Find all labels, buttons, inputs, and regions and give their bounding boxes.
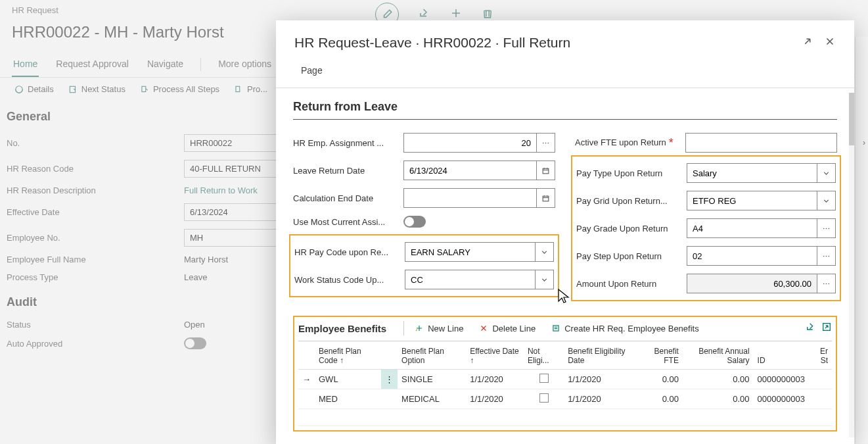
col-benefit-plan-option[interactable]: Benefit Plan Option — [398, 343, 466, 370]
cell-id[interactable]: 0000000003 — [754, 370, 809, 389]
lookup-icon[interactable] — [817, 246, 836, 266]
table-row[interactable]: → GWL ⋮ SINGLE 1/1/2020 1/1/2020 0.00 0.… — [298, 370, 832, 389]
label-leave-return-date: Leave Return Date — [293, 166, 403, 176]
col-benefit-fte[interactable]: Benefit FTE — [637, 343, 683, 370]
label-pay-grade: Pay Grade Upon Return — [576, 224, 687, 234]
field-pay-grid[interactable] — [687, 191, 817, 210]
checkbox-not-eligible[interactable] — [539, 374, 549, 383]
svg-point-5 — [545, 142, 547, 143]
field-pay-step[interactable] — [687, 246, 817, 266]
cell-plan-code[interactable]: GWL — [315, 370, 381, 389]
label-pay-step: Pay Step Upon Return — [576, 251, 687, 261]
svg-point-9 — [823, 228, 825, 229]
field-calc-end-date[interactable] — [403, 188, 537, 208]
col-id[interactable]: ID — [754, 343, 809, 370]
svg-point-4 — [543, 142, 544, 143]
lookup-icon[interactable] — [817, 274, 836, 293]
field-leave-return-date[interactable] — [403, 160, 537, 180]
action-new-line[interactable]: New Line — [409, 322, 468, 335]
cell-elig-date[interactable]: 1/1/2020 — [564, 370, 637, 389]
svg-rect-7 — [543, 168, 549, 174]
popout-icon[interactable] — [821, 322, 832, 335]
svg-point-12 — [823, 255, 825, 257]
col-effective-date[interactable]: Effective Date ↑ — [466, 343, 524, 370]
col-not-eligible[interactable]: Not Eligi... — [524, 343, 564, 370]
cell-eff-date[interactable]: 1/1/2020 — [466, 389, 524, 409]
cell-annual[interactable]: 0.00 — [683, 389, 754, 409]
table-row[interactable] — [298, 409, 832, 426]
field-active-fte[interactable] — [685, 133, 837, 153]
chevron-down-icon[interactable] — [817, 163, 836, 183]
field-hr-pay-code[interactable] — [405, 242, 536, 262]
cell-elig-date[interactable]: 1/1/2020 — [564, 389, 637, 409]
svg-point-13 — [826, 255, 827, 257]
svg-point-10 — [826, 228, 827, 229]
right-panel-edge — [855, 37, 868, 443]
field-pay-type[interactable] — [687, 163, 817, 183]
action-delete-line[interactable]: Delete Line — [474, 322, 541, 335]
cell-eff-date[interactable]: 1/1/2020 — [466, 370, 524, 389]
label-hr-emp-assignment: HR Emp. Assignment ... — [293, 138, 403, 148]
modal-title: HR Request-Leave · HRR00022 · Full Retur… — [294, 35, 570, 51]
field-work-status-code[interactable] — [405, 270, 536, 289]
svg-rect-8 — [543, 196, 549, 201]
cell-plan-option[interactable]: SINGLE — [398, 370, 466, 389]
required-icon: * — [669, 136, 674, 149]
col-benefit-annual-salary[interactable]: Benefit Annual Salary — [683, 343, 754, 370]
action-create-hr-req-benefits[interactable]: Create HR Req. Employee Benefits — [546, 322, 704, 335]
label-use-most-current: Use Most Current Assi... — [293, 217, 403, 227]
field-pay-grade[interactable] — [687, 218, 817, 238]
label-work-status-code: Work Status Code Up... — [294, 275, 405, 285]
svg-point-11 — [828, 228, 829, 229]
label-pay-type: Pay Type Upon Return — [576, 168, 687, 178]
benefits-table: Benefit Plan Code ↑ Benefit Plan Option … — [298, 343, 832, 426]
table-row[interactable]: MED MEDICAL 1/1/2020 1/1/2020 0.00 0.00 … — [298, 389, 832, 409]
divider — [403, 321, 404, 335]
cell-plan-option[interactable]: MEDICAL — [398, 389, 466, 409]
checkbox-not-eligible[interactable] — [539, 393, 549, 403]
row-indicator-icon: → — [298, 370, 315, 389]
label-amount-upon-return: Amount Upon Return — [576, 279, 687, 289]
lookup-icon[interactable] — [817, 218, 836, 238]
section-return-from-leave: Return from Leave — [293, 97, 837, 120]
label-hr-pay-code: HR Pay Code upon Re... — [294, 247, 405, 257]
label-active-fte: Active FTE upon Return* — [575, 136, 685, 150]
svg-point-17 — [828, 283, 829, 284]
lookup-icon[interactable] — [537, 133, 555, 153]
modal-hr-request-leave: HR Request-Leave · HRR00022 · Full Retur… — [276, 20, 854, 444]
chevron-down-icon[interactable] — [817, 191, 836, 210]
highlight-pay-fields: Pay Type Upon Return Pay Grid Upon Retur… — [571, 155, 841, 301]
expand-icon[interactable] — [802, 36, 813, 50]
col-truncated[interactable]: Er St — [809, 343, 832, 370]
label-pay-grid: Pay Grid Upon Return... — [576, 196, 687, 206]
close-icon[interactable] — [824, 36, 836, 50]
cell-fte[interactable]: 0.00 — [637, 389, 683, 409]
calendar-icon[interactable] — [537, 188, 555, 208]
cell-plan-code[interactable]: MED — [315, 389, 381, 409]
svg-point-14 — [828, 255, 829, 257]
chevron-down-icon[interactable] — [536, 270, 554, 289]
highlight-pay-work-status: HR Pay Code upon Re... Work Status Code … — [289, 234, 559, 297]
chevron-down-icon[interactable] — [536, 242, 554, 262]
cell-id[interactable]: 0000000003 — [754, 389, 809, 409]
cell-fte[interactable]: 0.00 — [637, 370, 683, 389]
svg-point-6 — [547, 142, 549, 143]
toggle-use-most-current[interactable] — [403, 216, 426, 228]
col-benefit-plan-code[interactable]: Benefit Plan Code ↑ — [315, 343, 381, 370]
share-icon[interactable] — [806, 322, 816, 335]
mouse-cursor-icon — [557, 288, 570, 305]
svg-point-15 — [823, 283, 825, 284]
label-calc-end-date: Calculation End Date — [293, 193, 403, 203]
field-hr-emp-assignment[interactable] — [403, 133, 537, 153]
row-menu-icon[interactable]: ⋮ — [381, 370, 398, 389]
field-amount-upon-return — [687, 274, 817, 293]
chevron-right-icon: › — [863, 138, 865, 147]
cell-annual[interactable]: 0.00 — [683, 370, 754, 389]
svg-point-16 — [826, 283, 827, 284]
calendar-icon[interactable] — [537, 160, 555, 180]
section-employee-benefits: Employee Benefits — [298, 323, 386, 334]
modal-tab-page[interactable]: Page — [300, 60, 324, 81]
scrollbar-thumb[interactable] — [849, 93, 854, 145]
col-eligibility-date[interactable]: Benefit Eligibility Date — [564, 343, 637, 370]
highlight-employee-benefits: Employee Benefits New Line Delete Line C… — [293, 316, 837, 432]
